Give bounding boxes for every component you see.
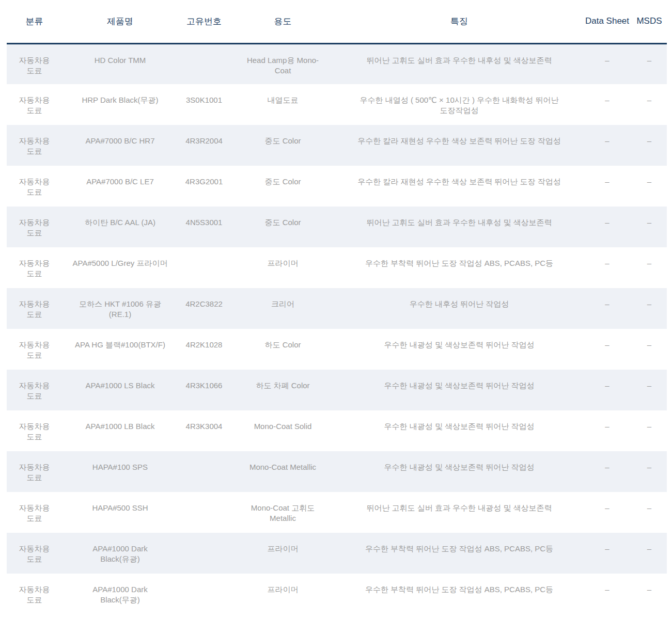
cell-features: 우수한 내열성 ( 500℃ × 10시간 ) 우수한 내화학성 뛰어난 도장작… bbox=[336, 84, 583, 125]
cell-features: 뛰어난 고휘도 실버 효과 우수한 내후성 및 색상보존력 bbox=[336, 207, 583, 247]
cell-usage: Head Lamp용 Mono- Coat bbox=[230, 43, 336, 84]
cell-product: APA HG 블랙#100(BTX/F) bbox=[62, 329, 178, 370]
cell-code: 4R3K1066 bbox=[178, 370, 230, 410]
cell-msds: – bbox=[632, 410, 667, 451]
cell-category: 자동차용 도료 bbox=[7, 84, 62, 125]
cell-datasheet: – bbox=[583, 207, 632, 247]
table-row: 자동차용 도료하이탄 B/C AAL (JA)4N5S3001중도 Color뛰… bbox=[7, 207, 667, 247]
cell-features: 뛰어난 고휘도 실버 효과 우수한 내후성 및 색상보존력 bbox=[336, 43, 583, 84]
cell-datasheet: – bbox=[583, 533, 632, 574]
column-header-product: 제품명 bbox=[62, 0, 178, 43]
cell-category: 자동차용 도료 bbox=[7, 451, 62, 492]
cell-product: APA#7000 B/C LE7 bbox=[62, 166, 178, 207]
cell-code: 4R3G2001 bbox=[178, 166, 230, 207]
cell-datasheet: – bbox=[583, 247, 632, 288]
cell-product: HAPA#100 SPS bbox=[62, 451, 178, 492]
cell-product: HAPA#500 SSH bbox=[62, 492, 178, 533]
cell-product: 하이탄 B/C AAL (JA) bbox=[62, 207, 178, 247]
cell-msds: – bbox=[632, 370, 667, 410]
cell-msds: – bbox=[632, 84, 667, 125]
table-header: 분류제품명고유번호용도특징Data SheetMSDS bbox=[7, 0, 667, 43]
header-row: 분류제품명고유번호용도특징Data SheetMSDS bbox=[7, 0, 667, 43]
cell-datasheet: – bbox=[583, 84, 632, 125]
cell-datasheet: – bbox=[583, 492, 632, 533]
table-row: 자동차용 도료APA#1000 LB Black4R3K3004Mono-Coa… bbox=[7, 410, 667, 451]
cell-category: 자동차용 도료 bbox=[7, 207, 62, 247]
cell-code: 4R2C3822 bbox=[178, 288, 230, 329]
cell-usage: 중도 Color bbox=[230, 166, 336, 207]
cell-code bbox=[178, 247, 230, 288]
column-header-usage: 용도 bbox=[230, 0, 336, 43]
column-header-features: 특징 bbox=[336, 0, 583, 43]
cell-msds: – bbox=[632, 492, 667, 533]
table-row: 자동차용 도료모하스 HKT #1006 유광 (RE.1)4R2C3822크리… bbox=[7, 288, 667, 329]
cell-features: 우수한 부착력 뛰어난 도장 작업성 ABS, PCABS, PC등 bbox=[336, 574, 583, 614]
cell-datasheet: – bbox=[583, 451, 632, 492]
product-spec-table: 분류제품명고유번호용도특징Data SheetMSDS 자동차용 도료HD Co… bbox=[7, 0, 667, 614]
cell-datasheet: – bbox=[583, 43, 632, 84]
cell-features: 우수한 내광성 및 색상보존력 뛰어난 작업성 bbox=[336, 451, 583, 492]
cell-code: 3S0K1001 bbox=[178, 84, 230, 125]
cell-usage: 내열도료 bbox=[230, 84, 336, 125]
cell-usage: 하도 차폐 Color bbox=[230, 370, 336, 410]
cell-features: 우수한 내광성 및 색상보존력 뛰어난 작업성 bbox=[336, 370, 583, 410]
column-header-category: 분류 bbox=[7, 0, 62, 43]
cell-code bbox=[178, 492, 230, 533]
cell-product: HRP Dark Black(무광) bbox=[62, 84, 178, 125]
cell-code bbox=[178, 533, 230, 574]
cell-code: 4N5S3001 bbox=[178, 207, 230, 247]
cell-datasheet: – bbox=[583, 288, 632, 329]
column-header-datasheet: Data Sheet bbox=[583, 0, 632, 43]
table-row: 자동차용 도료APA#5000 L/Grey 프라이머프라이머우수한 부착력 뛰… bbox=[7, 247, 667, 288]
cell-msds: – bbox=[632, 329, 667, 370]
cell-product: APA#5000 L/Grey 프라이머 bbox=[62, 247, 178, 288]
cell-code bbox=[178, 574, 230, 614]
product-list-page: 분류제품명고유번호용도특징Data SheetMSDS 자동차용 도료HD Co… bbox=[0, 0, 672, 619]
cell-features: 우수한 부착력 뛰어난 도장 작업성 ABS, PCABS, PC등 bbox=[336, 247, 583, 288]
cell-msds: – bbox=[632, 166, 667, 207]
cell-usage: Mono-Coat Solid bbox=[230, 410, 336, 451]
cell-datasheet: – bbox=[583, 125, 632, 166]
cell-usage: Mono-Coat Metallic bbox=[230, 451, 336, 492]
cell-category: 자동차용 도료 bbox=[7, 288, 62, 329]
table-body: 자동차용 도료HD Color TMMHead Lamp용 Mono- Coat… bbox=[7, 43, 667, 614]
table-row: 자동차용 도료APA#7000 B/C HR74R3R2004중도 Color우… bbox=[7, 125, 667, 166]
cell-usage: 하도 Color bbox=[230, 329, 336, 370]
table-row: 자동차용 도료HD Color TMMHead Lamp용 Mono- Coat… bbox=[7, 43, 667, 84]
cell-usage: 중도 Color bbox=[230, 125, 336, 166]
cell-msds: – bbox=[632, 247, 667, 288]
cell-features: 우수한 내광성 및 색상보존력 뛰어난 작업성 bbox=[336, 329, 583, 370]
cell-datasheet: – bbox=[583, 166, 632, 207]
cell-features: 우수한 내후성 뛰어난 작업성 bbox=[336, 288, 583, 329]
cell-category: 자동차용 도료 bbox=[7, 574, 62, 614]
cell-category: 자동차용 도료 bbox=[7, 166, 62, 207]
cell-category: 자동차용 도료 bbox=[7, 247, 62, 288]
cell-datasheet: – bbox=[583, 370, 632, 410]
cell-category: 자동차용 도료 bbox=[7, 329, 62, 370]
cell-category: 자동차용 도료 bbox=[7, 370, 62, 410]
cell-features: 우수한 내광성 및 색상보존력 뛰어난 작업성 bbox=[336, 410, 583, 451]
cell-code: 4R3K3004 bbox=[178, 410, 230, 451]
cell-msds: – bbox=[632, 533, 667, 574]
cell-product: APA#1000 Dark Black(유광) bbox=[62, 533, 178, 574]
cell-category: 자동차용 도료 bbox=[7, 533, 62, 574]
cell-product: APA#1000 Dark Black(무광) bbox=[62, 574, 178, 614]
cell-code bbox=[178, 451, 230, 492]
cell-category: 자동차용 도료 bbox=[7, 43, 62, 84]
cell-code: 4R2K1028 bbox=[178, 329, 230, 370]
cell-usage: 크리어 bbox=[230, 288, 336, 329]
cell-features: 뛰어난 고휘도 실버 효과 우수한 내광성 및 색상보존력 bbox=[336, 492, 583, 533]
table-row: 자동차용 도료HAPA#100 SPSMono-Coat Metallic우수한… bbox=[7, 451, 667, 492]
cell-features: 우수한 칼라 재현성 우수한 색상 보존력 뛰어난 도장 작업성 bbox=[336, 125, 583, 166]
cell-usage: 프라이머 bbox=[230, 247, 336, 288]
cell-category: 자동차용 도료 bbox=[7, 492, 62, 533]
cell-features: 우수한 부착력 뛰어난 도장 작업성 ABS, PCABS, PC등 bbox=[336, 533, 583, 574]
table-row: 자동차용 도료APA#7000 B/C LE74R3G2001중도 Color우… bbox=[7, 166, 667, 207]
cell-product: 모하스 HKT #1006 유광 (RE.1) bbox=[62, 288, 178, 329]
cell-product: APA#1000 LB Black bbox=[62, 410, 178, 451]
cell-msds: – bbox=[632, 207, 667, 247]
column-header-msds: MSDS bbox=[632, 0, 667, 43]
cell-usage: 프라이머 bbox=[230, 574, 336, 614]
cell-msds: – bbox=[632, 288, 667, 329]
table-row: 자동차용 도료HRP Dark Black(무광)3S0K1001내열도료우수한… bbox=[7, 84, 667, 125]
